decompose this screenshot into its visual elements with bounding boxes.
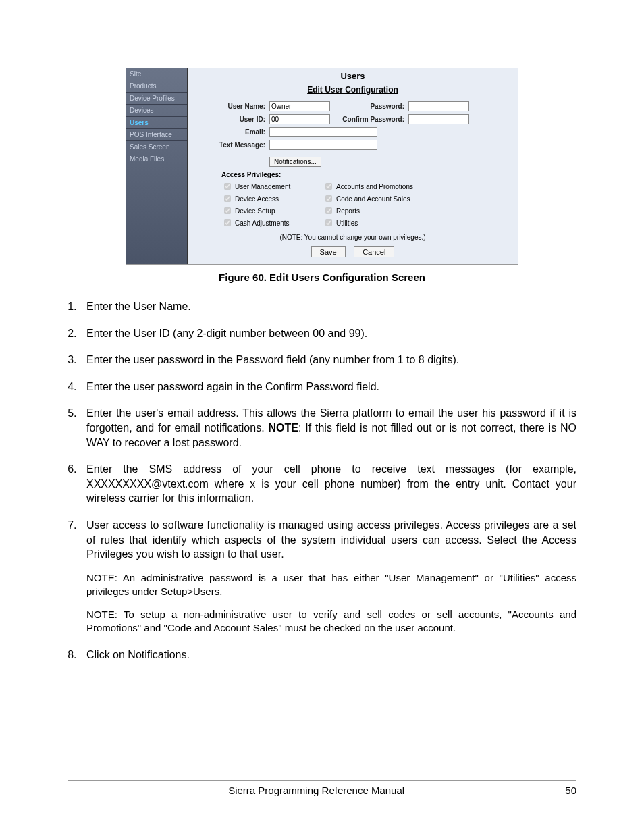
priv-label: User Management bbox=[235, 183, 290, 190]
sidebar-item-sales-screen[interactable]: Sales Screen bbox=[126, 141, 187, 153]
save-button[interactable]: Save bbox=[311, 246, 346, 257]
step-3: Enter the user password in the Password … bbox=[80, 353, 576, 367]
figure-caption: Figure 60. Edit Users Configuration Scre… bbox=[68, 271, 576, 283]
username-field[interactable] bbox=[269, 101, 330, 111]
step-2: Enter the User ID (any 2-digit number be… bbox=[80, 326, 576, 341]
label-username: User Name: bbox=[194, 103, 269, 110]
priv-accounts-promotions[interactable] bbox=[325, 183, 332, 190]
text-message-field[interactable] bbox=[269, 140, 377, 150]
access-privileges-label: Access Privileges: bbox=[221, 171, 511, 178]
step-1: Enter the User Name. bbox=[80, 299, 576, 314]
priv-label: Code and Account Sales bbox=[336, 195, 410, 203]
label-userid: User ID: bbox=[194, 115, 269, 123]
priv-label: Reports bbox=[336, 207, 360, 215]
sidebar-item-site[interactable]: Site bbox=[126, 68, 187, 80]
step-8: Click on Notifications. bbox=[80, 648, 576, 662]
sidebar-item-pos-interface[interactable]: POS Interface bbox=[126, 129, 187, 141]
app-sidebar: Site Products Device Profiles Devices Us… bbox=[126, 68, 188, 264]
email-field[interactable] bbox=[269, 127, 377, 137]
instruction-list: Enter the User Name. Enter the User ID (… bbox=[80, 299, 576, 662]
privileges-note: (NOTE: You cannot change your own privil… bbox=[194, 234, 511, 241]
password-field[interactable] bbox=[408, 101, 469, 111]
footer-page-number: 50 bbox=[565, 785, 576, 796]
priv-code-account-sales[interactable] bbox=[325, 195, 332, 202]
step-4: Enter the user password again in the Con… bbox=[80, 380, 576, 394]
sidebar-item-devices[interactable]: Devices bbox=[126, 105, 187, 117]
label-confirm-password: Confirm Password: bbox=[330, 115, 408, 123]
label-email: Email: bbox=[194, 128, 269, 136]
sidebar-item-device-profiles[interactable]: Device Profiles bbox=[126, 93, 187, 105]
notifications-button[interactable]: Notifications... bbox=[269, 157, 321, 167]
step-5: Enter the user's email address. This all… bbox=[80, 406, 576, 450]
priv-reports[interactable] bbox=[325, 207, 332, 214]
priv-device-setup[interactable] bbox=[224, 207, 231, 214]
sidebar-item-users[interactable]: Users bbox=[126, 117, 187, 129]
sidebar-item-products[interactable]: Products bbox=[126, 80, 187, 93]
label-text-message: Text Message: bbox=[194, 141, 269, 149]
priv-utilities[interactable] bbox=[325, 219, 332, 226]
priv-cash-adjustments[interactable] bbox=[224, 219, 231, 226]
priv-label: Accounts and Promotions bbox=[336, 183, 413, 190]
priv-label: Device Access bbox=[235, 195, 279, 203]
priv-label: Device Setup bbox=[235, 207, 275, 215]
pane-subtitle: Edit User Configuration bbox=[194, 85, 511, 95]
pane-title: Users bbox=[194, 71, 511, 81]
userid-field[interactable] bbox=[269, 114, 330, 124]
page-footer: Sierra Programming Reference Manual 50 bbox=[68, 780, 576, 796]
cancel-button[interactable]: Cancel bbox=[354, 246, 394, 257]
label-password: Password: bbox=[330, 103, 408, 110]
priv-device-access[interactable] bbox=[224, 195, 231, 202]
footer-title: Sierra Programming Reference Manual bbox=[68, 785, 565, 796]
step-6: Enter the SMS address of your cell phone… bbox=[80, 462, 576, 506]
confirm-password-field[interactable] bbox=[408, 114, 469, 124]
priv-label: Cash Adjustments bbox=[235, 219, 290, 227]
content-pane: Users Edit User Configuration User Name:… bbox=[188, 68, 518, 264]
step-7: User access to software functionality is… bbox=[80, 518, 576, 635]
sidebar-item-media-files[interactable]: Media Files bbox=[126, 153, 187, 165]
priv-user-management[interactable] bbox=[224, 183, 231, 190]
figure-screenshot: Site Products Device Profiles Devices Us… bbox=[126, 68, 518, 265]
priv-label: Utilities bbox=[336, 219, 358, 227]
